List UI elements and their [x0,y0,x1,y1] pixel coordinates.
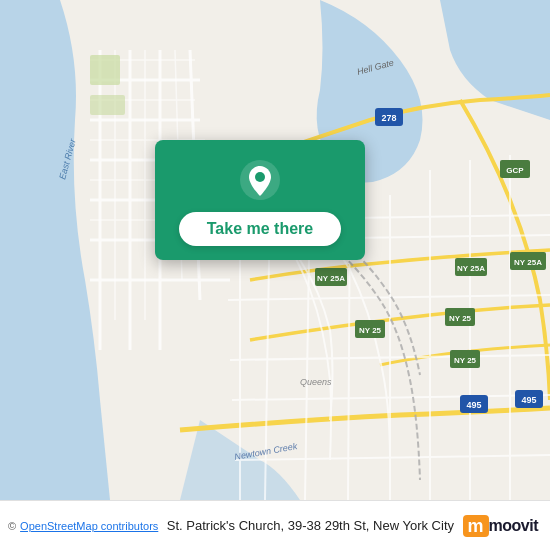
svg-text:GCP: GCP [506,166,524,175]
svg-text:NY 25A: NY 25A [514,258,542,267]
svg-text:NY 25: NY 25 [359,326,382,335]
map-card: Take me there [155,140,365,260]
attribution-area: © OpenStreetMap contributors [8,520,158,532]
map-container: 278 495 495 NY 25A NY 25A NY 25A NY 25 N… [0,0,550,500]
moovit-wordmark: moovit [489,517,538,535]
svg-text:495: 495 [521,395,536,405]
location-pin-icon [238,158,282,202]
svg-text:Queens: Queens [300,377,332,387]
bottom-bar: © OpenStreetMap contributors St. Patrick… [0,500,550,550]
svg-rect-40 [90,95,125,115]
svg-text:NY 25: NY 25 [449,314,472,323]
moovit-logo: m moovit [463,515,538,537]
svg-rect-39 [90,55,120,85]
svg-text:495: 495 [466,400,481,410]
moovit-m-icon: m [463,515,489,537]
svg-text:NY 25A: NY 25A [317,274,345,283]
svg-text:NY 25: NY 25 [454,356,477,365]
svg-point-46 [255,172,265,182]
osm-copyright: © [8,520,16,532]
osm-link[interactable]: OpenStreetMap contributors [20,520,158,532]
take-me-there-button[interactable]: Take me there [179,212,341,246]
svg-text:NY 25A: NY 25A [457,264,485,273]
location-label: St. Patrick's Church, 39-38 29th St, New… [167,518,454,533]
svg-text:278: 278 [381,113,396,123]
